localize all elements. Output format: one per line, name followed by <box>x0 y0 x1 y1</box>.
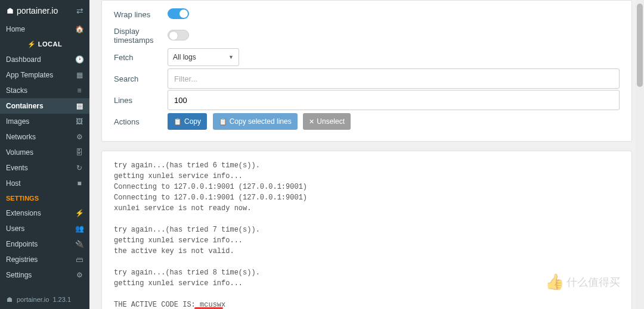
logo-row: portainer.io ⇄ <box>0 0 89 21</box>
sidebar-item-extensions[interactable]: Extensions ⚡ <box>0 205 89 221</box>
sidebar-item-host[interactable]: Host ■ <box>0 176 89 191</box>
container-icon: ▤ <box>75 102 83 110</box>
local-header: ⚡ LOCAL <box>0 37 89 52</box>
image-icon: 🖼 <box>75 117 83 126</box>
stack-icon: ≡ <box>75 86 83 95</box>
tachometer-icon: 🕑 <box>75 55 83 64</box>
unselect-button[interactable]: ✕ Unselect <box>303 113 351 130</box>
copy-button[interactable]: 📋 Copy <box>168 113 207 130</box>
sidebar-item-networks[interactable]: Networks ⚙ <box>0 129 89 145</box>
settings-header: SETTINGS <box>0 191 89 205</box>
sidebar-item-stacks[interactable]: Stacks ≡ <box>0 83 89 98</box>
main-content: Wrap lines Display timestamps Fetch All … <box>89 0 644 309</box>
footer-brand: portainer.io <box>17 296 49 303</box>
display-timestamps-toggle[interactable] <box>168 30 189 40</box>
bolt-icon: ⚡ <box>75 209 83 217</box>
log-output[interactable]: try again...(has tried 6 time(s)). getti… <box>101 151 632 309</box>
sidebar: portainer.io ⇄ Home 🏠 ⚡ LOCAL Dashboard … <box>0 0 89 309</box>
plug-icon: 🔌 <box>75 240 83 248</box>
log-settings-panel: Wrap lines Display timestamps Fetch All … <box>101 0 632 142</box>
portainer-logo-small-icon <box>6 296 13 303</box>
network-icon: ⚙ <box>75 133 83 141</box>
sidebar-item-registries[interactable]: Registries 🗃 <box>0 252 89 267</box>
fetch-label: Fetch <box>114 53 168 62</box>
sidebar-item-dashboard[interactable]: Dashboard 🕑 <box>0 52 89 67</box>
volume-icon: 🗄 <box>75 148 83 157</box>
wrap-lines-label: Wrap lines <box>114 10 168 19</box>
sidebar-item-app-templates[interactable]: App Templates ▦ <box>0 67 89 83</box>
sidebar-item-containers[interactable]: Containers ▤ <box>0 98 89 114</box>
wrap-lines-toggle[interactable] <box>168 8 189 19</box>
search-input[interactable] <box>168 68 620 89</box>
search-label: Search <box>114 74 168 83</box>
database-icon: 🗃 <box>75 255 83 264</box>
sidebar-item-events[interactable]: Events ↻ <box>0 160 89 176</box>
sidebar-item-users[interactable]: Users 👥 <box>0 221 89 236</box>
portainer-logo-icon <box>6 7 14 15</box>
version-text: 1.23.1 <box>52 296 71 303</box>
cogs-icon: ⚙ <box>75 271 83 279</box>
lines-label: Lines <box>114 96 168 105</box>
caret-down-icon: ▼ <box>228 54 234 60</box>
host-icon: ■ <box>75 179 83 188</box>
home-icon: 🏠 <box>75 25 83 33</box>
grid-icon: ▦ <box>75 71 83 79</box>
copy-selected-button[interactable]: 📋 Copy selected lines <box>213 113 298 130</box>
sidebar-footer: portainer.io 1.23.1 <box>0 290 89 309</box>
sidebar-item-images[interactable]: Images 🖼 <box>0 114 89 129</box>
brand-text: portainer.io <box>17 6 58 15</box>
copy-icon: 📋 <box>219 118 227 126</box>
sidebar-item-volumes[interactable]: Volumes 🗄 <box>0 145 89 160</box>
brand-logo: portainer.io <box>6 6 58 15</box>
actions-label: Actions <box>114 117 168 126</box>
users-icon: 👥 <box>75 224 83 233</box>
scrollbar-thumb[interactable] <box>637 4 643 87</box>
history-icon: ↻ <box>75 164 83 172</box>
close-icon: ✕ <box>309 118 314 126</box>
copy-icon: 📋 <box>174 118 182 126</box>
sidebar-item-settings[interactable]: Settings ⚙ <box>0 267 89 283</box>
sidebar-item-endpoints[interactable]: Endpoints 🔌 <box>0 236 89 252</box>
display-timestamps-label: Display timestamps <box>114 27 168 45</box>
lines-input[interactable] <box>168 90 620 110</box>
fetch-value: All logs <box>173 53 196 61</box>
vertical-scrollbar[interactable] <box>636 0 644 309</box>
sidebar-item-home[interactable]: Home 🏠 <box>0 21 89 37</box>
swap-icon[interactable]: ⇄ <box>76 6 83 15</box>
fetch-select[interactable]: All logs ▼ <box>168 48 239 66</box>
plug-icon: ⚡ <box>27 40 36 48</box>
